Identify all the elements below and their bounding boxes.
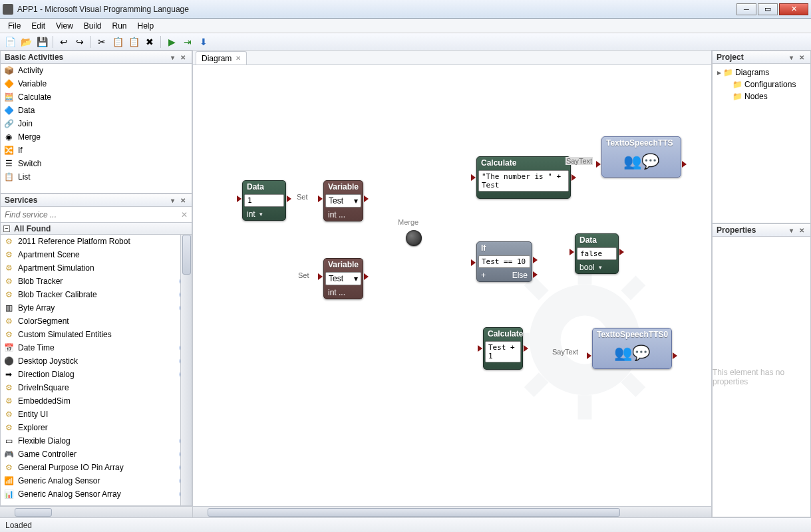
services-all-found[interactable]: − All Found [0, 223, 192, 235]
activity-item[interactable]: 🔀If [1, 144, 192, 157]
node-variable-2[interactable]: Variable Test▾ int ... [323, 258, 363, 299]
service-item[interactable]: ⚙Blob Trackeri [1, 275, 192, 288]
undo-icon[interactable]: ↩ [57, 35, 71, 49]
debug-icon[interactable]: ⬇ [196, 35, 211, 49]
step-icon[interactable]: ⇥ [180, 35, 195, 49]
redo-icon[interactable]: ↪ [73, 35, 87, 49]
activity-item[interactable]: 🔗Join [1, 117, 192, 130]
node-value[interactable]: Test▾ [325, 272, 361, 285]
service-item[interactable]: ▭Flexible Dialogi [1, 434, 192, 448]
node-data-1[interactable]: Data 1 int▾ [242, 180, 286, 221]
tab-close-icon[interactable]: ✕ [236, 55, 241, 62]
service-item[interactable]: ⚙Apartment Scene [1, 248, 192, 261]
port-in-icon[interactable] [318, 273, 323, 280]
service-item[interactable]: 📊Generic Analog Sensor Arrayi [1, 487, 192, 501]
port-out-true-icon[interactable] [533, 257, 538, 263]
panel-dropdown-icon[interactable]: ▾ [786, 53, 796, 62]
service-item[interactable]: ▥Byte Arrayi [1, 301, 192, 315]
node-data-2[interactable]: Data false bool▾ [575, 233, 619, 274]
menu-file[interactable]: File [3, 20, 26, 32]
activity-item[interactable]: 📦Activity [1, 64, 192, 77]
port-out-icon[interactable] [364, 273, 369, 280]
service-item[interactable]: ⚙EmbeddedSim [1, 394, 192, 408]
service-item[interactable]: ⚙General Purpose IO Pin Arrayi [1, 461, 192, 474]
tab-diagram[interactable]: Diagram ✕ [196, 51, 247, 65]
activity-item[interactable]: 🧮Calculate [1, 90, 192, 104]
node-calculate-1[interactable]: Calculate "The number is " + Test [476, 156, 571, 199]
minimize-button[interactable]: ─ [736, 3, 756, 15]
service-item[interactable]: ⚫Desktop Joysticki [1, 354, 192, 368]
service-item[interactable]: ⚙Apartment Simulation [1, 261, 192, 275]
node-cond[interactable]: Test == 10 [478, 255, 530, 268]
node-value[interactable]: 1 [244, 194, 284, 207]
port-out-icon[interactable] [287, 196, 291, 202]
port-in-icon[interactable] [478, 345, 482, 352]
service-item[interactable]: 🎮Game Controlleri [1, 448, 192, 461]
menu-edit[interactable]: Edit [26, 20, 51, 32]
node-value[interactable]: false [577, 247, 617, 260]
tree-item[interactable]: 📁Configurations [715, 78, 808, 90]
tree-item[interactable]: 📁Nodes [715, 90, 808, 102]
run-icon[interactable]: ▶ [164, 35, 179, 49]
service-item[interactable]: ⚙Custom Simulated Entities [1, 328, 192, 341]
menu-build[interactable]: Build [79, 20, 107, 32]
panel-dropdown-icon[interactable]: ▾ [168, 196, 177, 205]
menu-view[interactable]: View [51, 20, 79, 32]
collapse-box-icon[interactable]: − [3, 225, 10, 232]
new-icon[interactable]: 📄 [3, 35, 17, 49]
service-item[interactable]: ⚙Explorer [1, 421, 192, 434]
diagram-canvas[interactable]: Data 1 int▾ Set Variable Test▾ int ... S [193, 65, 711, 506]
delete-icon[interactable]: ✖ [142, 35, 157, 49]
port-in-icon[interactable] [596, 161, 601, 168]
port-in-icon[interactable] [471, 174, 476, 181]
port-in-icon[interactable] [471, 259, 476, 266]
port-out-icon[interactable] [364, 196, 369, 202]
panel-close-icon[interactable]: ✕ [178, 196, 188, 205]
port-out-icon[interactable] [673, 352, 677, 359]
services-scrollbar[interactable] [180, 235, 192, 505]
close-button[interactable]: ✕ [779, 3, 808, 15]
service-item[interactable]: ⚙Blob Tracker Calibratei [1, 288, 192, 301]
open-icon[interactable]: 📂 [19, 35, 33, 49]
service-item[interactable]: ➡Direction Dialogi [1, 368, 192, 381]
port-out-icon[interactable] [571, 174, 576, 181]
port-out-icon[interactable] [619, 249, 624, 255]
service-item[interactable]: ⚙2011 Reference Platform Robot [1, 235, 192, 248]
panel-close-icon[interactable]: ✕ [797, 53, 806, 62]
port-in-icon[interactable] [237, 196, 242, 202]
canvas-hscroll[interactable] [193, 506, 711, 517]
node-tts-2[interactable]: TexttoSpeechTTS0 👥💬 [592, 328, 672, 369]
node-calculate-2[interactable]: Calculate Test + 1 [483, 327, 523, 370]
if-plus[interactable]: + [481, 271, 486, 280]
activity-item[interactable]: 🔷Data [1, 104, 192, 117]
service-item[interactable]: 📶Generic Analog Sensori [1, 474, 192, 487]
node-tts-1[interactable]: TexttoSpeechTTS 👥💬 [601, 136, 681, 178]
menu-run[interactable]: Run [107, 20, 132, 32]
activity-item[interactable]: 📋List [1, 170, 192, 184]
left-hscroll[interactable] [0, 506, 192, 517]
services-search-input[interactable] [5, 210, 181, 219]
node-value[interactable]: Test▾ [325, 194, 361, 207]
panel-dropdown-icon[interactable]: ▾ [786, 225, 796, 235]
node-merge[interactable] [406, 230, 422, 246]
port-out-else-icon[interactable] [533, 271, 538, 278]
activities-list[interactable]: 📦Activity🔶Variable🧮Calculate🔷Data🔗Join◉M… [0, 64, 192, 194]
service-item[interactable]: ⚙Entity UI [1, 408, 192, 421]
panel-close-icon[interactable]: ✕ [178, 53, 188, 62]
activity-item[interactable]: ☰Switch [1, 157, 192, 170]
clear-search-icon[interactable]: ✕ [181, 210, 188, 219]
service-item[interactable]: 📅Date Timei [1, 341, 192, 354]
node-variable-1[interactable]: Variable Test▾ int ... [323, 180, 363, 221]
port-in-icon[interactable] [587, 352, 591, 359]
node-if[interactable]: If Test == 10 + Else [476, 241, 532, 282]
menu-help[interactable]: Help [132, 20, 160, 32]
copy-icon[interactable]: 📋 [110, 35, 125, 49]
port-in-icon[interactable] [318, 196, 323, 202]
port-out-icon[interactable] [524, 345, 528, 352]
panel-close-icon[interactable]: ✕ [797, 225, 806, 235]
cut-icon[interactable]: ✂ [94, 35, 109, 49]
panel-dropdown-icon[interactable]: ▾ [168, 53, 177, 62]
tree-item[interactable]: ▸📁Diagrams [715, 66, 808, 78]
services-list[interactable]: ⚙2011 Reference Platform Robot⚙Apartment… [0, 235, 192, 506]
save-icon[interactable]: 💾 [35, 35, 49, 49]
